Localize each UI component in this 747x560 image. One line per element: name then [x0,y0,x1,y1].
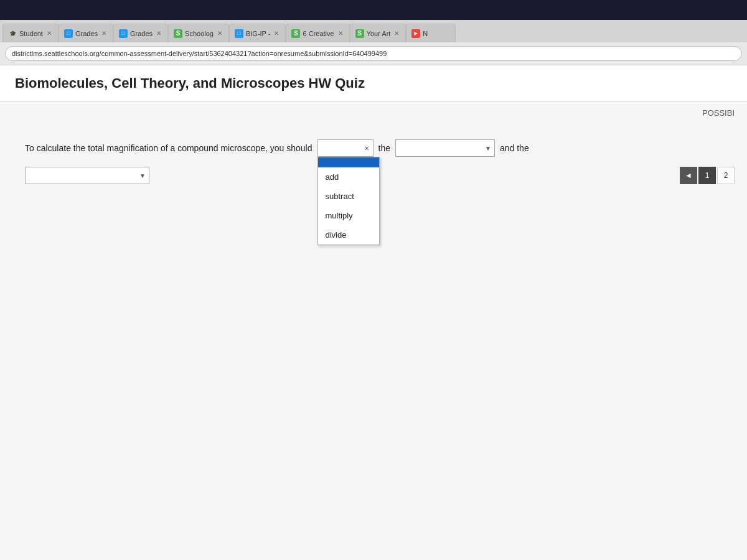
question-text-after: and the [500,143,529,153]
dropdown3-select[interactable] [25,167,149,184]
dropdown1-trigger[interactable]: ✕ [317,139,374,157]
address-input[interactable] [5,46,742,61]
tab-yourart[interactable]: S Your Art ✕ [350,24,406,42]
tab-icon-bigip: □ [235,29,243,38]
tab-close-yourart[interactable]: ✕ [393,30,400,37]
tab-schoology[interactable]: S Schoolog ✕ [168,24,229,42]
dropdown1-option-blank[interactable] [318,157,379,167]
quiz-body: POSSIBI To calculate the total magnifica… [0,102,747,197]
tab-icon-schoology: S [174,29,182,38]
browser-chrome: 🎓 Student ✕ □ Grades ✕ □ Grades ✕ S Scho… [0,20,747,65]
dropdown1-option-add[interactable]: add [318,167,379,187]
possible-label: POSSIBI [702,108,735,118]
tab-grades1[interactable]: □ Grades ✕ [59,24,113,42]
dropdown1-container: ✕ add subtract multiply divide [317,139,374,157]
pagination-page1-btn[interactable]: 1 [698,167,716,184]
dropdown1-arrow-icon: ✕ [364,145,369,152]
tab-student[interactable]: 🎓 Student ✕ [2,24,59,42]
tab-close-schoology[interactable]: ✕ [216,30,223,37]
tab-label-bigip: BIG-IP - [246,30,271,37]
question-row: To calculate the total magnification of … [25,139,722,157]
pagination: ◄ 1 2 [680,167,735,184]
tab-label-student: Student [19,30,43,37]
dropdown1-option-divide[interactable]: divide [318,225,379,245]
os-taskbar [0,0,747,20]
pagination-page2-label: 2 [724,171,728,180]
page-content: Biomolecules, Cell Theory, and Microscop… [0,65,747,560]
question-text-mid: the [378,143,390,153]
tab-close-grades1[interactable]: ✕ [100,30,108,37]
pagination-page2-btn[interactable]: 2 [717,167,735,184]
tab-icon-student: 🎓 [8,29,17,38]
dropdown1-option-subtract[interactable]: subtract [318,187,379,206]
tab-label-creative: 6 Creative [303,30,334,37]
tab-creative[interactable]: S 6 Creative ✕ [286,24,349,42]
tab-close-grades2[interactable]: ✕ [155,30,162,37]
tab-icon-yt: ▶ [411,29,420,38]
dropdown1-menu: add subtract multiply divide [317,157,380,245]
tab-close-bigip[interactable]: ✕ [273,30,280,37]
tab-bigip[interactable]: □ BIG-IP - ✕ [229,24,286,42]
tab-close-student[interactable]: ✕ [45,30,53,37]
dropdown2-select[interactable] [395,139,495,157]
pagination-back-icon: ◄ [685,171,692,180]
tab-icon-grades1: □ [64,29,73,38]
tab-icon-grades2: □ [119,29,128,38]
dropdown2-wrapper: ▼ [395,139,495,157]
tab-bar: 🎓 Student ✕ □ Grades ✕ □ Grades ✕ S Scho… [0,20,747,42]
tab-label-yt: N [423,30,450,37]
tab-icon-creative: S [291,29,300,38]
tab-yt[interactable]: ▶ N [406,24,456,42]
pagination-back-btn[interactable]: ◄ [680,167,697,184]
quiz-header: Biomolecules, Cell Theory, and Microscop… [0,65,747,102]
tab-label-schoology: Schoolog [185,30,214,37]
tab-label-grades2: Grades [130,30,153,37]
question-text-before: To calculate the total magnification of … [25,143,312,153]
dropdown1-option-multiply[interactable]: multiply [318,206,379,225]
tab-icon-yourart: S [355,29,364,38]
tab-label-yourart: Your Art [367,30,391,37]
tab-grades2[interactable]: □ Grades ✕ [113,24,168,42]
quiz-title: Biomolecules, Cell Theory, and Microscop… [15,75,732,91]
dropdown3-wrapper: ▼ [25,167,149,184]
tab-close-creative[interactable]: ✕ [337,30,344,37]
pagination-page1-label: 1 [705,171,710,180]
tab-label-grades1: Grades [75,30,98,37]
address-bar [0,42,747,65]
